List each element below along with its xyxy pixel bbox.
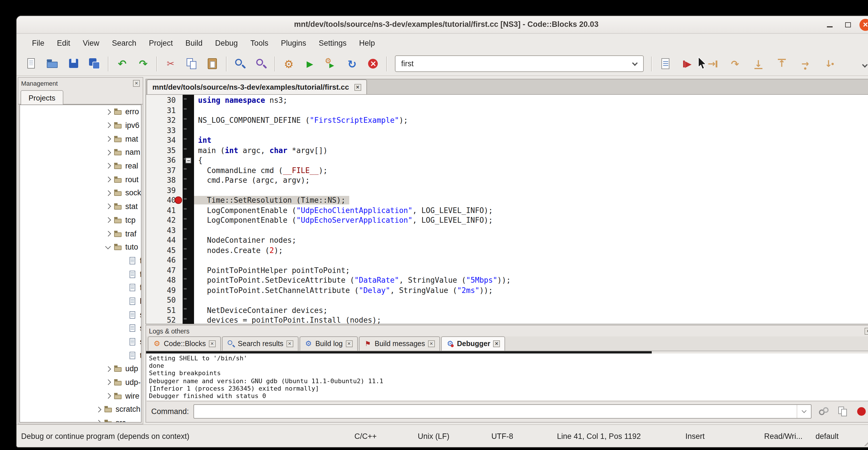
debug-continue-button[interactable] — [680, 56, 696, 72]
menu-view[interactable]: View — [76, 38, 105, 47]
tree-item-wire[interactable]: wire — [20, 389, 141, 402]
code-line-37[interactable]: 37 CommandLine cmd (__FILE__); — [146, 165, 868, 175]
code-line-47[interactable]: 47 PointToPointHelper pointToPoint; — [146, 265, 868, 275]
tab-build-messages[interactable]: Build messages — [359, 336, 440, 351]
open-file-button[interactable] — [44, 56, 61, 72]
tree-item-src[interactable]: src — [20, 416, 141, 423]
debugger-output[interactable]: Setting SHELL to '/bin/sh'doneSetting br… — [147, 354, 868, 400]
cut-button[interactable] — [163, 56, 179, 72]
step-out-button[interactable] — [774, 56, 790, 72]
step-into-button[interactable] — [750, 56, 767, 72]
abort-build-button[interactable] — [365, 56, 381, 72]
close-tab-icon[interactable] — [209, 340, 215, 347]
tree-item-traf[interactable]: traf — [20, 227, 141, 240]
rebuild-button[interactable] — [344, 56, 360, 72]
tree-item-se[interactable]: se — [20, 308, 141, 322]
tree-item-stat[interactable]: stat — [20, 200, 141, 213]
chevron-right-icon[interactable] — [105, 380, 111, 385]
save-button[interactable] — [66, 56, 82, 72]
build-button[interactable] — [281, 56, 297, 72]
code-line-39[interactable]: 39 — [146, 185, 868, 195]
chevron-right-icon[interactable] — [105, 177, 111, 182]
menu-plugins[interactable]: Plugins — [275, 38, 312, 47]
menu-project[interactable]: Project — [143, 38, 179, 47]
menu-tools[interactable]: Tools — [244, 38, 275, 47]
paste-button[interactable] — [205, 56, 221, 72]
undo-button[interactable] — [114, 56, 130, 72]
code-line-44[interactable]: 44 NodeContainer nodes; — [146, 235, 868, 245]
tree-item-fir[interactable]: fir — [20, 268, 141, 281]
minimize-button[interactable] — [823, 18, 837, 31]
code-line-48[interactable]: 48 pointToPoint.SetDeviceAttribute ("Dat… — [146, 275, 868, 285]
chevron-right-icon[interactable] — [105, 217, 111, 222]
tree-item-mat[interactable]: mat — [20, 132, 141, 146]
run-button[interactable] — [302, 56, 318, 72]
tree-item-fo[interactable]: fo — [20, 281, 141, 294]
copy-output-button[interactable] — [835, 404, 850, 419]
chevron-right-icon[interactable] — [105, 190, 111, 196]
stop-button[interactable] — [854, 404, 868, 419]
tab-build-log[interactable]: Build log — [299, 336, 358, 351]
tree-item-udp[interactable]: udp- — [20, 376, 141, 389]
code-line-46[interactable]: 46 — [146, 255, 868, 265]
close-tab-icon[interactable] — [493, 340, 500, 347]
tree-item-si[interactable]: si — [20, 335, 141, 348]
chevron-right-icon[interactable] — [96, 407, 101, 412]
tab-code-blocks[interactable]: Code::Blocks — [148, 336, 221, 351]
close-tab-icon[interactable] — [354, 84, 361, 91]
save-all-button[interactable] — [87, 56, 103, 72]
code-editor[interactable]: 30using namespace ns3;3132NS_LOG_COMPONE… — [146, 94, 868, 324]
tree-item-real[interactable]: real — [20, 159, 141, 173]
chevron-right-icon[interactable] — [105, 150, 111, 155]
build-and-run-button[interactable] — [323, 56, 339, 72]
code-line-36[interactable]: 36{ — [146, 155, 868, 165]
close-panel-icon[interactable] — [133, 80, 140, 87]
tree-item-nam[interactable]: nam — [20, 146, 141, 159]
menu-search[interactable]: Search — [105, 38, 143, 47]
chevron-right-icon[interactable] — [105, 204, 111, 209]
resize-grip[interactable] — [862, 433, 868, 446]
tree-item-tcp[interactable]: tcp — [20, 213, 141, 227]
tree-item-erro[interactable]: erro — [20, 105, 141, 119]
tree-item-he[interactable]: he — [20, 294, 141, 308]
copy-button[interactable] — [184, 56, 200, 72]
toolbar-overflow-button[interactable] — [863, 59, 867, 69]
chevron-right-icon[interactable] — [105, 366, 111, 371]
menu-edit[interactable]: Edit — [51, 38, 77, 47]
code-line-32[interactable]: 32NS_LOG_COMPONENT_DEFINE ("FirstScriptE… — [146, 115, 868, 125]
maximize-button[interactable] — [841, 18, 855, 31]
code-line-50[interactable]: 50 — [146, 295, 868, 305]
chevron-down-icon[interactable] — [105, 244, 111, 249]
menu-settings[interactable]: Settings — [312, 38, 353, 47]
chevron-right-icon[interactable] — [105, 393, 111, 398]
find-in-files-button[interactable] — [253, 56, 269, 72]
command-input[interactable] — [194, 405, 797, 418]
fold-marker-icon[interactable] — [185, 158, 191, 163]
step-into-instruction-button[interactable] — [820, 56, 837, 72]
code-line-51[interactable]: 51 NetDeviceContainer devices; — [146, 305, 868, 315]
tab-search-results[interactable]: Search results — [222, 336, 298, 351]
code-line-42[interactable]: 42 LogComponentEnable ("UdpEchoServerApp… — [146, 215, 868, 225]
code-line-52[interactable]: 52 devices = pointToPoint.Install (nodes… — [146, 315, 868, 324]
tree-item-ipv6[interactable]: ipv6 — [20, 119, 141, 132]
tab-first-cc[interactable]: mnt/dev/tools/source/ns-3-dev/examples/t… — [147, 79, 367, 94]
chevron-right-icon[interactable] — [105, 123, 111, 128]
command-history-button[interactable] — [797, 405, 811, 418]
compile-log-button[interactable] — [657, 56, 673, 72]
close-tab-icon[interactable] — [286, 340, 293, 347]
redo-button[interactable] — [135, 56, 151, 72]
code-line-45[interactable]: 45 nodes.Create (2); — [146, 245, 868, 255]
next-line-button[interactable] — [727, 56, 743, 72]
chevron-down-icon[interactable] — [632, 60, 638, 66]
chevron-right-icon[interactable] — [105, 231, 111, 236]
chevron-right-icon[interactable] — [105, 136, 111, 141]
chevron-right-icon[interactable] — [96, 420, 101, 423]
code-line-31[interactable]: 31 — [146, 106, 868, 115]
close-logs-icon[interactable] — [865, 328, 868, 334]
tree-item-scratch[interactable]: scratch — [20, 402, 141, 416]
code-line-35[interactable]: 35main (int argc, char *argv[]) — [146, 145, 868, 155]
tree-item-tuto[interactable]: tuto — [20, 240, 141, 254]
tree-item-udp[interactable]: udp — [20, 362, 141, 376]
code-area[interactable]: 30using namespace ns3;3132NS_LOG_COMPONE… — [146, 95, 868, 324]
new-file-button[interactable] — [23, 56, 39, 72]
